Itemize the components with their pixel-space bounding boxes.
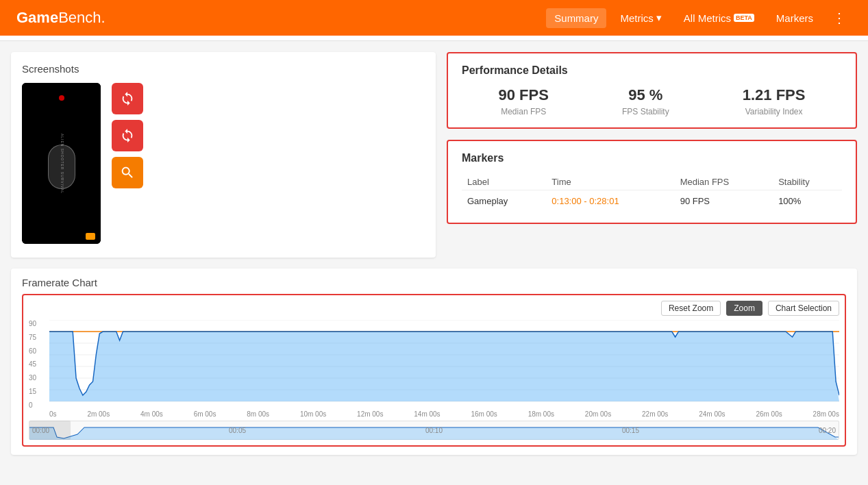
phone-dot bbox=[59, 95, 64, 101]
markers-title: Markers bbox=[462, 152, 842, 164]
sub-nav-divider bbox=[0, 36, 868, 41]
y-label-45: 45 bbox=[29, 360, 49, 368]
performance-panel: Performance Details 90 FPS Median FPS 95… bbox=[447, 52, 857, 129]
nav-metrics[interactable]: Metrics ▾ bbox=[612, 8, 669, 28]
phone-screen: ALIEN SHOOTER SURVIVAL bbox=[22, 83, 101, 244]
chart-x-labels: 0s 2m 00s 4m 00s 6m 00s 8m 00s 10m 00s 1… bbox=[29, 410, 839, 418]
stat-fps-stability-label: FPS Stability bbox=[622, 107, 669, 116]
x-20m: 20m 00s bbox=[585, 410, 611, 418]
performance-title: Performance Details bbox=[462, 64, 842, 77]
stat-variability: 1.21 FPS Variability Index bbox=[743, 86, 806, 116]
row-stability: 100% bbox=[773, 190, 842, 212]
x-28m: 28m 00s bbox=[813, 410, 839, 418]
reset-zoom-btn[interactable]: Reset Zoom bbox=[661, 301, 721, 316]
screenshots-content: ALIEN SHOOTER SURVIVAL bbox=[22, 83, 425, 244]
row-label: Gameplay bbox=[462, 190, 546, 212]
top-row: Screenshots ALIEN SHOOTER SURVIVAL bbox=[11, 52, 857, 258]
logo-light: Bench. bbox=[58, 9, 106, 26]
x-24m: 24m 00s bbox=[699, 410, 725, 418]
marker-time-link[interactable]: 0:13:00 - 0:28:01 bbox=[551, 196, 619, 206]
x-16m: 16m 00s bbox=[471, 410, 497, 418]
screenshots-title: Screenshots bbox=[22, 63, 425, 75]
mini-label-15: 00:15 bbox=[622, 427, 639, 434]
x-4m: 4m 00s bbox=[140, 410, 163, 418]
zoom-icon bbox=[120, 165, 135, 180]
markers-table: Label Time Median FPS Stability Gameplay… bbox=[462, 174, 842, 212]
more-options-icon[interactable]: ⋮ bbox=[827, 7, 852, 29]
chart-container: Reset Zoom Zoom Chart Selection 90 75 60… bbox=[22, 294, 846, 447]
screenshot-btn-zoom[interactable] bbox=[112, 157, 143, 188]
col-median-fps: Median FPS bbox=[675, 174, 773, 190]
screenshot-btn-2[interactable] bbox=[112, 120, 143, 151]
stat-fps-stability-value: 95 % bbox=[622, 86, 669, 104]
nav-markers[interactable]: Markers bbox=[768, 8, 821, 28]
mini-label-0: 00:00 bbox=[32, 427, 49, 434]
header: GameBench. Summary Metrics ▾ All Metrics… bbox=[0, 0, 868, 36]
y-label-60: 60 bbox=[29, 347, 49, 355]
stat-median-fps-label: Median FPS bbox=[499, 107, 549, 116]
x-0s: 0s bbox=[49, 410, 57, 418]
chart-area: 90 75 60 45 30 15 0 bbox=[29, 320, 839, 409]
screenshots-panel: Screenshots ALIEN SHOOTER SURVIVAL bbox=[11, 52, 436, 258]
refresh-icon-2 bbox=[120, 128, 135, 143]
mini-time-labels: 00:00 00:05 00:10 00:15 00:20 bbox=[29, 427, 839, 434]
phone-preview: ALIEN SHOOTER SURVIVAL bbox=[22, 83, 101, 244]
x-10m: 10m 00s bbox=[300, 410, 326, 418]
phone-bottom-icon bbox=[86, 233, 95, 240]
y-label-90: 90 bbox=[29, 320, 49, 327]
logo: GameBench. bbox=[16, 9, 106, 27]
y-label-15: 15 bbox=[29, 388, 49, 395]
phone-side-label: ALIEN SHOOTER SURVIVAL bbox=[60, 133, 64, 193]
beta-badge: BETA bbox=[734, 14, 754, 22]
x-22m: 22m 00s bbox=[642, 410, 668, 418]
screenshot-buttons bbox=[112, 83, 143, 188]
chart-toolbar: Reset Zoom Zoom Chart Selection bbox=[29, 301, 839, 316]
x-2m: 2m 00s bbox=[87, 410, 110, 418]
y-label-0: 0 bbox=[29, 401, 49, 409]
main-nav: Summary Metrics ▾ All Metrics BETA Marke… bbox=[546, 7, 852, 29]
logo-bold: Game bbox=[16, 9, 58, 26]
right-panels: Performance Details 90 FPS Median FPS 95… bbox=[447, 52, 857, 224]
mini-label-20: 00:20 bbox=[819, 427, 836, 434]
markers-header-row: Label Time Median FPS Stability bbox=[462, 174, 842, 190]
zoom-btn[interactable]: Zoom bbox=[726, 301, 762, 316]
x-8m: 8m 00s bbox=[247, 410, 269, 418]
chart-mini-navigator[interactable]: 00:00 00:05 00:10 00:15 00:20 bbox=[29, 421, 839, 440]
stat-median-fps: 90 FPS Median FPS bbox=[499, 86, 549, 116]
x-18m: 18m 00s bbox=[528, 410, 554, 418]
perf-stats: 90 FPS Median FPS 95 % FPS Stability 1.2… bbox=[462, 86, 842, 116]
stat-variability-value: 1.21 FPS bbox=[743, 86, 806, 104]
row-time: 0:13:00 - 0:28:01 bbox=[546, 190, 674, 212]
stat-variability-label: Variability Index bbox=[743, 107, 806, 116]
y-label-75: 75 bbox=[29, 334, 49, 341]
stat-median-fps-value: 90 FPS bbox=[499, 86, 549, 104]
col-time: Time bbox=[546, 174, 674, 190]
chart-title: Framerate Chart bbox=[22, 277, 846, 288]
chart-svg bbox=[49, 320, 839, 402]
mini-label-10: 00:10 bbox=[425, 427, 443, 434]
markers-table-body: Gameplay 0:13:00 - 0:28:01 90 FPS 100% bbox=[462, 190, 842, 212]
markers-panel: Markers Label Time Median FPS Stability … bbox=[447, 140, 857, 224]
refresh-icon-1 bbox=[120, 91, 135, 106]
markers-table-head: Label Time Median FPS Stability bbox=[462, 174, 842, 190]
stat-fps-stability: 95 % FPS Stability bbox=[622, 86, 669, 116]
table-row: Gameplay 0:13:00 - 0:28:01 90 FPS 100% bbox=[462, 190, 842, 212]
chart-selection-btn[interactable]: Chart Selection bbox=[768, 301, 839, 316]
col-stability: Stability bbox=[773, 174, 842, 190]
x-6m: 6m 00s bbox=[194, 410, 216, 418]
nav-all-metrics[interactable]: All Metrics BETA bbox=[675, 8, 762, 28]
mini-label-5: 00:05 bbox=[229, 427, 246, 434]
chart-y-labels: 90 75 60 45 30 15 0 bbox=[29, 320, 49, 409]
nav-summary[interactable]: Summary bbox=[546, 8, 606, 28]
row-median-fps: 90 FPS bbox=[675, 190, 773, 212]
x-12m: 12m 00s bbox=[357, 410, 383, 418]
framerate-section: Framerate Chart Reset Zoom Zoom Chart Se… bbox=[11, 269, 857, 455]
x-26m: 26m 00s bbox=[756, 410, 782, 418]
x-14m: 14m 00s bbox=[414, 410, 440, 418]
metrics-dropdown-icon: ▾ bbox=[656, 12, 662, 24]
y-label-30: 30 bbox=[29, 374, 49, 382]
main-content: Screenshots ALIEN SHOOTER SURVIVAL bbox=[0, 41, 868, 466]
screenshot-btn-1[interactable] bbox=[112, 83, 143, 114]
chart-fill bbox=[49, 332, 839, 401]
col-label: Label bbox=[462, 174, 546, 190]
